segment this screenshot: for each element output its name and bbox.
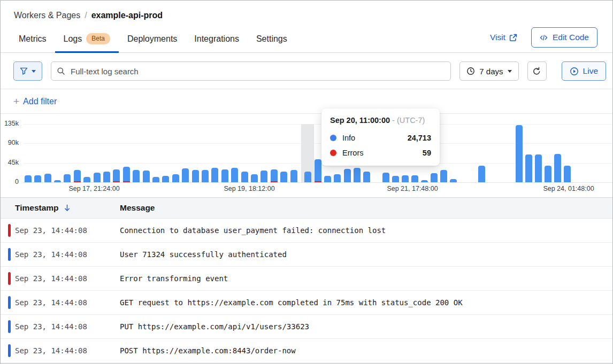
- info-level-indicator: [8, 344, 11, 357]
- chart-bar[interactable]: [54, 180, 61, 182]
- sort-desc-icon: [64, 204, 71, 212]
- chart-bar[interactable]: [182, 168, 189, 182]
- tab-integrations[interactable]: Integrations: [186, 29, 248, 52]
- chart-bar[interactable]: [192, 170, 199, 182]
- chart-bar[interactable]: [271, 169, 278, 182]
- chart-bar[interactable]: [478, 166, 485, 182]
- visit-link[interactable]: Visit: [490, 33, 517, 42]
- filter-dropdown-button[interactable]: [13, 61, 42, 81]
- chart-bar[interactable]: [231, 168, 238, 182]
- chart-bar[interactable]: [211, 168, 218, 182]
- tab-deployments[interactable]: Deployments: [119, 29, 186, 52]
- chart-bar[interactable]: [162, 176, 169, 182]
- chart-bar[interactable]: [44, 174, 51, 182]
- chart-bar[interactable]: [152, 177, 159, 182]
- tab-label: Deployments: [127, 34, 177, 44]
- chart-bar[interactable]: [25, 175, 32, 182]
- chart-bar[interactable]: [315, 159, 321, 182]
- chart-bar[interactable]: [64, 174, 71, 182]
- tabs-bar: MetricsLogsBetaDeploymentsIntegrationsSe…: [1, 27, 612, 53]
- chart-bar[interactable]: [382, 173, 389, 182]
- log-message: GET request to https://example.com compl…: [120, 298, 463, 307]
- chart-bar[interactable]: [251, 174, 258, 182]
- tooltip-separator: -: [392, 116, 395, 125]
- chevron-down-icon: [508, 70, 512, 73]
- log-timestamp: Sep 23, 14:44:08: [1, 322, 120, 331]
- chart-bar[interactable]: [440, 170, 447, 182]
- log-row[interactable]: Sep 23, 14:44:08PUT https://example.com/…: [1, 315, 612, 339]
- timestamp-column-header[interactable]: Timestamp: [1, 203, 120, 213]
- chart-bar[interactable]: [545, 166, 551, 182]
- edit-code-button[interactable]: Edit Code: [531, 27, 597, 48]
- log-message: POST https://example.com:8443/order-now: [120, 346, 296, 355]
- breadcrumb: Workers & Pages / example-api-prod: [1, 1, 612, 20]
- gridline-135k: [23, 124, 612, 125]
- chart-bar[interactable]: [535, 154, 542, 182]
- tooltip-series-value: 59: [423, 149, 431, 157]
- chart-bar[interactable]: [260, 171, 267, 182]
- chart-bar[interactable]: [564, 166, 571, 182]
- tab-logs[interactable]: LogsBeta: [55, 29, 119, 52]
- search-input[interactable]: [51, 61, 451, 81]
- chart-bar[interactable]: [450, 179, 457, 182]
- chart-bar[interactable]: [363, 172, 370, 182]
- chart-bar[interactable]: [221, 169, 228, 182]
- chart-bar[interactable]: [334, 174, 341, 182]
- log-row[interactable]: Sep 23, 14:44:08POST https://example.com…: [1, 339, 612, 363]
- tab-label: Metrics: [19, 34, 47, 44]
- chart-bar[interactable]: [516, 125, 523, 182]
- chart-bar[interactable]: [402, 175, 409, 182]
- chart-bar[interactable]: [133, 170, 140, 182]
- log-row[interactable]: Sep 23, 14:44:08Error transforming event: [1, 267, 612, 291]
- chart-bar[interactable]: [280, 172, 287, 182]
- log-timestamp: Sep 23, 14:44:08: [1, 274, 120, 283]
- log-row[interactable]: Sep 23, 14:44:08Connection to database u…: [1, 219, 612, 243]
- log-row[interactable]: Sep 23, 14:44:08GET request to https://e…: [1, 291, 612, 315]
- chart-bar[interactable]: [241, 172, 248, 182]
- error-level-indicator: [8, 272, 11, 285]
- tab-settings[interactable]: Settings: [248, 29, 296, 52]
- chart-bar[interactable]: [431, 173, 438, 182]
- error-segment: [123, 181, 130, 182]
- tab-metrics[interactable]: Metrics: [13, 29, 55, 52]
- log-row[interactable]: Sep 23, 14:44:08User 71324 successfully …: [1, 243, 612, 267]
- chart-bar[interactable]: [421, 180, 428, 182]
- chart-bar[interactable]: [554, 154, 561, 182]
- tooltip-row-errors: Errors59: [330, 149, 431, 157]
- add-filter-button[interactable]: Add filter: [23, 97, 57, 106]
- chart-bar[interactable]: [113, 169, 120, 182]
- timestamp-header-label: Timestamp: [15, 203, 59, 213]
- chart-bar[interactable]: [83, 177, 90, 182]
- chart-bar[interactable]: [123, 167, 130, 182]
- chart-bar[interactable]: [290, 170, 297, 182]
- refresh-button[interactable]: [527, 61, 547, 81]
- gridline-90k: [23, 143, 612, 144]
- live-button[interactable]: Live: [562, 61, 606, 81]
- chart-bar[interactable]: [324, 176, 331, 182]
- chart-bar[interactable]: [103, 172, 110, 182]
- chart-bar[interactable]: [344, 169, 351, 182]
- chart-bar[interactable]: [392, 176, 399, 182]
- chart-bar[interactable]: [411, 175, 418, 182]
- tab-label: Logs: [64, 34, 82, 44]
- funnel-icon: [20, 67, 28, 75]
- chart-bar[interactable]: [143, 171, 150, 182]
- chart-bar[interactable]: [525, 154, 532, 182]
- chart-bar[interactable]: [202, 170, 209, 182]
- tabs: MetricsLogsBetaDeploymentsIntegrationsSe…: [13, 29, 296, 52]
- error-level-indicator: [8, 224, 11, 237]
- x-axis-label: Sep 17, 21:24:00: [57, 185, 132, 192]
- code-icon: [540, 34, 548, 41]
- chart-bar[interactable]: [172, 174, 179, 182]
- chart-bar[interactable]: [74, 170, 81, 182]
- error-segment: [271, 181, 278, 182]
- chart-bar[interactable]: [354, 168, 361, 182]
- tooltip-time: Sep 20, 11:00:00: [330, 116, 390, 125]
- chart-bar[interactable]: [34, 175, 41, 182]
- chart-bar-hovered[interactable]: [304, 172, 311, 182]
- breadcrumb-section[interactable]: Workers & Pages: [14, 11, 80, 20]
- time-range-dropdown[interactable]: 7 days: [459, 61, 518, 81]
- log-timestamp: Sep 23, 14:44:08: [1, 250, 120, 259]
- chart-bar[interactable]: [94, 173, 101, 182]
- error-segment: [113, 181, 120, 182]
